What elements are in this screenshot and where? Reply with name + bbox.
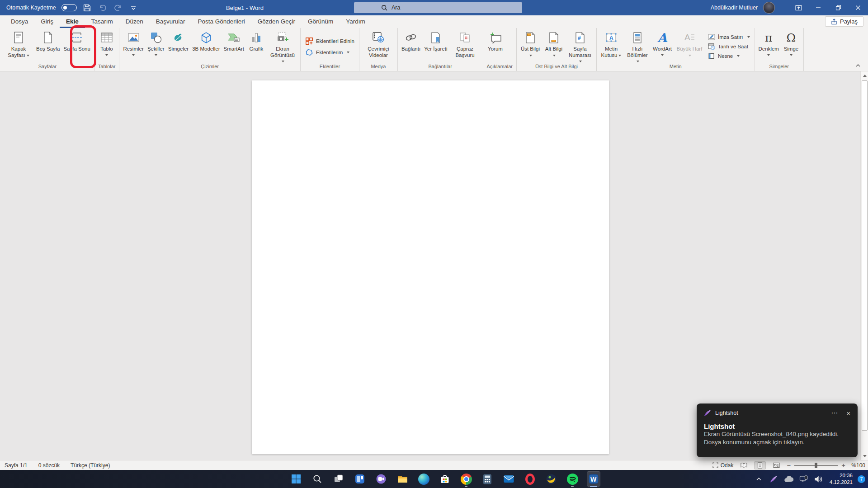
undo-icon[interactable] bbox=[98, 3, 108, 13]
pictures-button[interactable]: Resimler bbox=[121, 29, 145, 64]
microsoft-store-button[interactable] bbox=[438, 470, 452, 488]
tab-giris[interactable]: Giriş bbox=[34, 16, 60, 28]
scroll-up-icon[interactable] bbox=[861, 72, 868, 79]
group-label-text: Metin bbox=[598, 64, 754, 71]
date-time-button[interactable]: Tarih ve Saat bbox=[708, 43, 750, 50]
notification-more-icon[interactable]: ⋯ bbox=[831, 409, 838, 417]
tab-tasarim[interactable]: Tasarım bbox=[85, 16, 119, 28]
task-view-button[interactable] bbox=[332, 470, 345, 488]
print-layout-button[interactable] bbox=[754, 461, 766, 469]
tab-ekle[interactable]: Ekle bbox=[60, 16, 85, 28]
zoom-slider[interactable] bbox=[794, 465, 838, 466]
calculator-button[interactable] bbox=[481, 470, 494, 488]
quick-parts-button[interactable]: Hızlı Bölümler bbox=[624, 29, 651, 64]
zoom-in-icon[interactable]: + bbox=[841, 462, 845, 469]
start-button[interactable] bbox=[289, 470, 303, 488]
icons-button[interactable]: Simgeler bbox=[166, 29, 190, 64]
globe-app-button[interactable] bbox=[544, 470, 558, 488]
opera-browser-button[interactable] bbox=[523, 470, 537, 488]
text-box-button[interactable]: A Metin Kutusu bbox=[599, 29, 624, 64]
wordart-button[interactable]: A WordArt bbox=[651, 29, 674, 64]
word-count[interactable]: 0 sözcük bbox=[38, 462, 60, 469]
quick-access-toolbar-icon[interactable] bbox=[128, 3, 138, 13]
focus-icon bbox=[712, 462, 718, 468]
close-button[interactable] bbox=[848, 0, 868, 15]
share-button[interactable]: Paylaş bbox=[825, 16, 863, 27]
cross-reference-button[interactable]: Çapraz Başvuru bbox=[449, 29, 481, 64]
tray-onedrive-icon[interactable] bbox=[783, 470, 795, 488]
language-status[interactable]: Türkçe (Türkiye) bbox=[71, 462, 110, 469]
tab-gozden-gecir[interactable]: Gözden Geçir bbox=[251, 16, 302, 28]
page-number-button[interactable]: # Sayfa Numarası bbox=[566, 29, 594, 64]
zoom-level[interactable]: %100 bbox=[850, 462, 865, 469]
lightshot-notification[interactable]: Lightshot ⋯ × Lightshot Ekran Görüntüsü … bbox=[697, 404, 858, 457]
restore-button[interactable] bbox=[828, 0, 848, 15]
cover-page-button[interactable]: Kapak Sayfası bbox=[3, 29, 34, 64]
taskbar-search-button[interactable] bbox=[311, 470, 324, 488]
table-button[interactable]: Tablo bbox=[96, 29, 117, 64]
footer-button[interactable]: Alt Bilgi bbox=[542, 29, 566, 64]
notification-close-icon[interactable]: × bbox=[846, 409, 850, 417]
smartart-button[interactable]: SmartArt bbox=[222, 29, 246, 64]
equation-button[interactable]: π Denklem bbox=[757, 29, 781, 64]
chrome-browser-button[interactable] bbox=[459, 470, 473, 488]
focus-mode-button[interactable]: Odak bbox=[712, 462, 734, 469]
taskbar-clock[interactable]: 20:36 4.12.2021 bbox=[830, 472, 853, 486]
word-taskbar-button[interactable]: W bbox=[587, 470, 600, 488]
read-mode-button[interactable] bbox=[738, 461, 750, 469]
tray-lightshot-icon[interactable] bbox=[768, 470, 780, 488]
redo-icon[interactable] bbox=[113, 3, 123, 13]
header-button[interactable]: Üst Bilgi bbox=[519, 29, 542, 64]
chart-button[interactable]: Grafik bbox=[246, 29, 267, 64]
zoom-slider-thumb[interactable] bbox=[815, 463, 817, 468]
zoom-out-icon[interactable]: − bbox=[787, 462, 791, 469]
scrollbar-thumb[interactable] bbox=[862, 80, 868, 431]
tab-posta[interactable]: Posta Gönderileri bbox=[191, 16, 251, 28]
vertical-scrollbar[interactable] bbox=[860, 71, 868, 460]
save-icon[interactable] bbox=[82, 3, 92, 13]
tab-gorunum[interactable]: Görünüm bbox=[302, 16, 340, 28]
ribbon-display-options-icon[interactable] bbox=[788, 0, 808, 15]
scroll-down-icon[interactable] bbox=[861, 452, 868, 460]
get-addins-button[interactable]: Eklentileri Edinin bbox=[305, 37, 354, 45]
web-layout-button[interactable] bbox=[770, 461, 782, 469]
avatar[interactable] bbox=[763, 2, 775, 14]
tab-yardim[interactable]: Yardım bbox=[340, 16, 372, 28]
tray-speaker-icon[interactable] bbox=[813, 470, 825, 488]
teams-chat-button[interactable] bbox=[374, 470, 388, 488]
tab-dosya[interactable]: Dosya bbox=[5, 16, 34, 28]
page-break-button[interactable]: Sayfa Sonu bbox=[61, 29, 92, 64]
screenshot-button[interactable]: Ekran Görüntüsü bbox=[267, 29, 298, 64]
blank-page-button[interactable]: Boş Sayfa bbox=[34, 29, 61, 64]
notification-count-badge[interactable]: 7 bbox=[858, 475, 865, 483]
comment-button[interactable]: Yorum bbox=[485, 29, 506, 64]
dropdown-caret-icon bbox=[618, 55, 621, 56]
edge-browser-button[interactable] bbox=[417, 470, 430, 488]
spotify-button[interactable] bbox=[566, 470, 579, 488]
online-videos-button[interactable]: Çevrimiçi Videolar bbox=[361, 29, 396, 64]
symbol-button[interactable]: Ω Simge bbox=[781, 29, 802, 64]
tray-network-icon[interactable] bbox=[798, 470, 810, 488]
bookmark-button[interactable]: Yer İşareti bbox=[422, 29, 449, 64]
shapes-button[interactable]: Şekiller bbox=[146, 29, 166, 64]
tray-chevron-icon[interactable] bbox=[753, 470, 765, 488]
tab-duzen[interactable]: Düzen bbox=[119, 16, 150, 28]
3d-models-button[interactable]: 3B Modeller bbox=[190, 29, 222, 64]
drop-cap-icon: A bbox=[684, 30, 695, 45]
file-explorer-button[interactable] bbox=[396, 470, 409, 488]
autosave-toggle[interactable] bbox=[61, 4, 77, 11]
mail-button[interactable] bbox=[502, 470, 515, 488]
minimize-button[interactable] bbox=[808, 0, 828, 15]
widgets-button[interactable] bbox=[353, 470, 367, 488]
signature-line-button[interactable]: İmza Satırı bbox=[708, 33, 750, 41]
search-input[interactable]: Ara bbox=[354, 2, 522, 13]
link-button[interactable]: Bağlantı bbox=[400, 29, 422, 64]
page-count[interactable]: Sayfa 1/1 bbox=[5, 462, 28, 469]
collapse-ribbon-icon[interactable] bbox=[855, 61, 861, 70]
wordart-icon: A bbox=[657, 30, 667, 45]
tab-basvurular[interactable]: Başvurular bbox=[150, 16, 192, 28]
document-page[interactable] bbox=[252, 80, 609, 454]
my-addins-button[interactable]: Eklentilerim bbox=[305, 48, 354, 56]
object-button[interactable]: Nesne bbox=[708, 52, 750, 60]
account-name[interactable]: Abdülkadir Mutluer bbox=[711, 5, 758, 11]
